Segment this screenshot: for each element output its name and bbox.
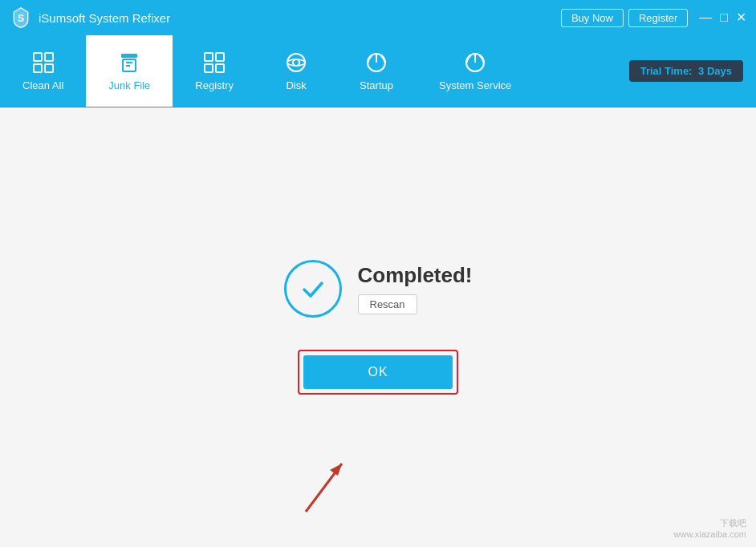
title-bar-right: Buy Now Register — □ ✕ <box>561 9 746 27</box>
rescan-button[interactable]: Rescan <box>358 294 417 314</box>
nav-label-registry: Registry <box>195 79 234 91</box>
svg-rect-11 <box>205 64 213 72</box>
svg-rect-10 <box>216 53 224 61</box>
nav-label-startup: Startup <box>360 79 393 91</box>
svg-rect-4 <box>45 64 53 72</box>
app-logo-icon: S <box>10 6 32 29</box>
window-controls: — □ ✕ <box>699 11 746 24</box>
title-bar-left: S iSumsoft System Refixer <box>10 6 170 29</box>
nav-label-junk-file: Junk File <box>108 79 150 91</box>
check-circle-icon <box>284 260 342 318</box>
svg-rect-3 <box>34 64 42 72</box>
svg-rect-1 <box>34 53 42 61</box>
svg-text:S: S <box>18 13 24 24</box>
nav-label-disk: Disk <box>286 79 306 91</box>
svg-point-13 <box>287 54 305 71</box>
nav-item-disk[interactable]: Disk <box>256 35 336 107</box>
checkmark-icon <box>298 274 328 304</box>
ok-button[interactable]: OK <box>303 355 452 389</box>
svg-rect-5 <box>121 54 137 58</box>
completed-section: Completed! Rescan <box>284 260 473 318</box>
startup-icon <box>364 51 388 75</box>
register-button[interactable]: Register <box>628 9 688 27</box>
svg-rect-9 <box>205 53 213 61</box>
arrow-icon <box>290 448 370 520</box>
completed-label: Completed! <box>358 263 473 288</box>
completed-text-area: Completed! Rescan <box>358 263 473 314</box>
buy-now-button[interactable]: Buy Now <box>561 9 624 27</box>
nav-item-junk-file[interactable]: Junk File <box>86 35 173 107</box>
watermark-line2: www.xiazaiba.com <box>674 529 746 539</box>
arrow-annotation <box>290 448 370 523</box>
svg-marker-19 <box>330 464 342 476</box>
nav-bar: Clean All Junk File Registry Disk <box>0 35 756 107</box>
disk-icon <box>284 51 308 75</box>
watermark: 下载吧 www.xiazaiba.com <box>674 517 746 539</box>
nav-item-clean-all[interactable]: Clean All <box>0 35 86 107</box>
app-title: iSumsoft System Refixer <box>39 11 170 25</box>
nav-item-registry[interactable]: Registry <box>173 35 256 107</box>
svg-point-15 <box>287 59 305 66</box>
main-content: Completed! Rescan OK 下载吧 www.xiazaiba.co… <box>0 107 756 547</box>
svg-rect-2 <box>45 53 53 61</box>
restore-button[interactable]: □ <box>720 11 728 24</box>
nav-label-system-service: System Service <box>439 79 511 91</box>
trial-prefix: Trial Time: <box>640 65 693 77</box>
svg-point-14 <box>293 59 299 66</box>
svg-rect-12 <box>216 64 224 72</box>
watermark-line1: 下载吧 <box>674 517 746 529</box>
title-bar: S iSumsoft System Refixer Buy Now Regist… <box>0 0 756 35</box>
ok-button-wrapper: OK <box>298 350 457 395</box>
trial-time-badge: Trial Time: 3 Days <box>629 60 743 82</box>
registry-icon <box>202 51 226 75</box>
nav-item-system-service[interactable]: System Service <box>417 35 534 107</box>
clean-all-icon <box>31 51 55 75</box>
nav-item-startup[interactable]: Startup <box>336 35 417 107</box>
junk-file-icon <box>117 51 141 75</box>
close-button[interactable]: ✕ <box>736 11 746 24</box>
completed-row: Completed! Rescan <box>284 260 473 318</box>
nav-label-clean-all: Clean All <box>22 79 63 91</box>
minimize-button[interactable]: — <box>699 11 712 24</box>
system-service-icon <box>463 51 487 75</box>
trial-value: 3 Days <box>698 65 732 77</box>
